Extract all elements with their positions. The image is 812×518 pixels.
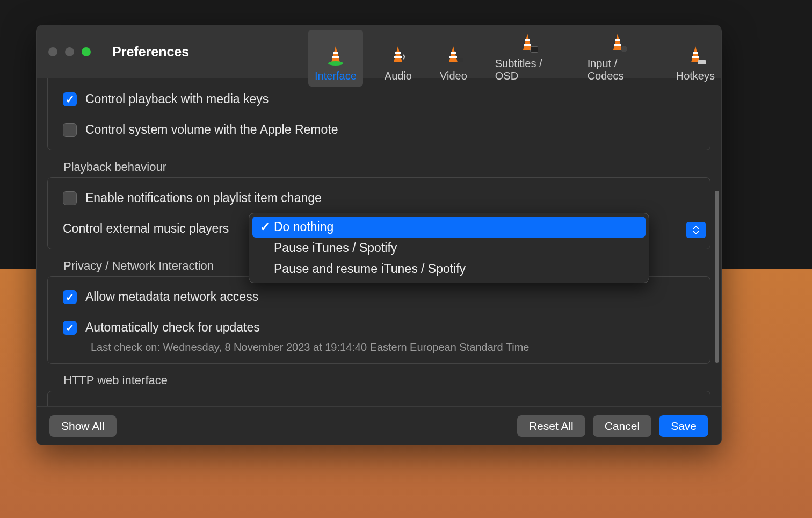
titlebar: Preferences Interface Audio Video Subtit…	[37, 25, 721, 78]
dropdown-option-pause-resume[interactable]: Pause and resume iTunes / Spotify	[252, 258, 646, 279]
system-volume-checkbox[interactable]	[63, 123, 77, 137]
dropdown-option-pause[interactable]: Pause iTunes / Spotify	[252, 238, 646, 258]
system-volume-label: Control system volume with the Apple Rem…	[85, 123, 338, 137]
notifications-label: Enable notifications on playlist item ch…	[85, 191, 322, 205]
svg-rect-7	[458, 58, 463, 62]
svg-rect-9	[524, 44, 531, 46]
cone-hotkeys-icon	[685, 45, 706, 67]
updates-label: Automatically check for updates	[85, 320, 260, 335]
external-players-label: Control external music players	[63, 221, 229, 236]
metadata-checkbox[interactable]	[63, 290, 77, 304]
cone-video-icon	[443, 45, 464, 67]
window-title: Preferences	[112, 44, 189, 60]
dropdown-option-label: Do nothing	[274, 220, 334, 234]
cone-subtitles-icon	[517, 33, 538, 54]
svg-rect-12	[614, 44, 621, 46]
dropdown-option-do-nothing[interactable]: ✓ Do nothing	[252, 217, 646, 238]
http-section-title: HTTP web interface	[63, 373, 711, 387]
svg-rect-4	[394, 56, 402, 58]
svg-rect-8	[525, 39, 530, 41]
save-button[interactable]: Save	[659, 415, 708, 437]
media-keys-label: Control playback with media keys	[85, 92, 269, 106]
footer: Show All Reset All Cancel Save	[37, 406, 721, 445]
content-area: Control playback with the Apple Remote C…	[37, 78, 721, 406]
external-players-select[interactable]	[686, 222, 706, 238]
svg-rect-3	[395, 52, 401, 54]
http-group	[47, 391, 711, 406]
cone-audio-icon	[387, 45, 409, 67]
svg-rect-16	[698, 60, 706, 64]
updates-row: Automatically check for updates	[63, 317, 695, 338]
updates-checkbox[interactable]	[63, 321, 77, 335]
svg-rect-10	[531, 47, 538, 52]
cone-input-icon	[607, 33, 628, 54]
show-all-button[interactable]: Show All	[49, 415, 117, 437]
svg-point-2	[328, 61, 343, 66]
zoom-window-button[interactable]	[82, 47, 91, 56]
cone-icon	[325, 45, 346, 67]
svg-point-13	[621, 46, 627, 52]
external-players-dropdown[interactable]: ✓ Do nothing Pause iTunes / Spotify Paus…	[249, 213, 649, 283]
svg-rect-1	[332, 56, 339, 58]
svg-rect-15	[692, 56, 699, 58]
minimize-window-button[interactable]	[65, 47, 74, 56]
scrollbar[interactable]	[715, 191, 719, 363]
svg-rect-11	[615, 39, 620, 41]
media-keys-checkbox[interactable]	[63, 92, 77, 106]
check-icon: ✓	[258, 220, 272, 234]
svg-rect-0	[333, 52, 338, 54]
notifications-row: Enable notifications on playlist item ch…	[63, 188, 695, 208]
preferences-window: Preferences Interface Audio Video Subtit…	[36, 25, 722, 445]
dropdown-option-label: Pause iTunes / Spotify	[274, 241, 397, 255]
reset-all-button[interactable]: Reset All	[517, 415, 585, 437]
svg-rect-14	[693, 52, 698, 54]
traffic-lights	[48, 47, 91, 56]
media-keys-row: Control playback with media keys	[63, 89, 695, 110]
notifications-checkbox[interactable]	[63, 191, 77, 205]
svg-rect-6	[450, 56, 457, 58]
controls-group: Control playback with the Apple Remote C…	[47, 78, 711, 150]
privacy-group: Allow metadata network access Automatica…	[47, 276, 711, 364]
playback-section-title: Playback behaviour	[63, 160, 711, 174]
metadata-row: Allow metadata network access	[63, 286, 695, 307]
metadata-label: Allow metadata network access	[85, 290, 258, 304]
system-volume-row: Control system volume with the Apple Rem…	[63, 119, 695, 140]
dropdown-option-label: Pause and resume iTunes / Spotify	[274, 262, 466, 276]
close-window-button[interactable]	[48, 47, 57, 56]
last-check-text: Last check on: Wednesday, 8 November 202…	[91, 341, 695, 354]
cancel-button[interactable]: Cancel	[593, 415, 651, 437]
svg-rect-5	[451, 52, 456, 54]
